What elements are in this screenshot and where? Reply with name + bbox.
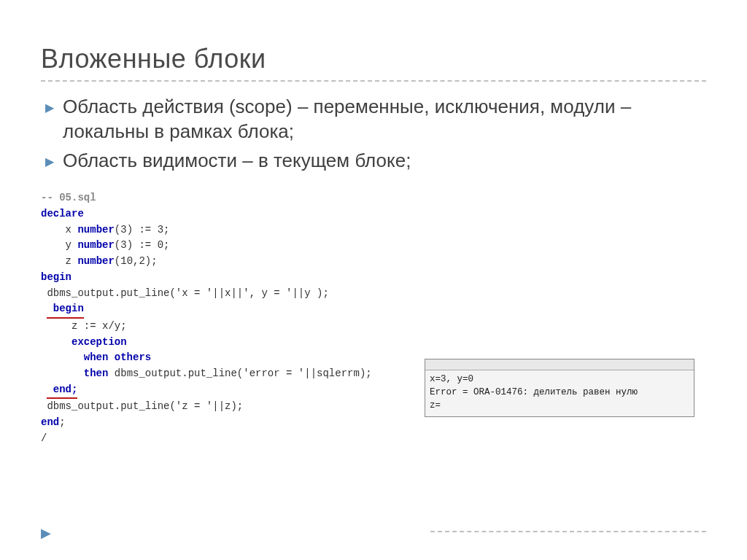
code-keyword: then bbox=[84, 368, 109, 379]
bullet-text: Область видимости – в текущем блоке; bbox=[63, 149, 411, 171]
slide-title: Вложенные блоки bbox=[41, 44, 706, 74]
code-text: dbms_output.put_line('z = '||z); bbox=[41, 400, 243, 412]
code-text: (3) := 3; bbox=[115, 224, 170, 236]
slide: Вложенные блоки ▶ Область действия (scop… bbox=[0, 0, 747, 560]
code-text: (3) := 0; bbox=[115, 239, 170, 251]
code-text: z := x/y; bbox=[41, 320, 127, 332]
footer-arrow-icon: ▶ bbox=[41, 525, 51, 541]
output-line: Error = ORA-01476: делитель равен нулю bbox=[430, 386, 689, 399]
code-comment: -- 05.sql bbox=[41, 192, 96, 203]
bullet-item: ▶ Область действия (scope) – переменные,… bbox=[41, 95, 706, 144]
output-line: x=3, y=0 bbox=[430, 373, 689, 386]
code-keyword: end bbox=[41, 416, 59, 428]
code-keyword-underlined: end; bbox=[47, 382, 77, 400]
code-keyword: begin bbox=[41, 271, 71, 283]
bullet-icon: ▶ bbox=[45, 101, 54, 116]
code-keyword: declare bbox=[41, 208, 84, 219]
output-line: z= bbox=[430, 399, 689, 412]
output-body: x=3, y=0 Error = ORA-01476: делитель рав… bbox=[425, 370, 694, 416]
code-text: (10,2); bbox=[115, 255, 158, 267]
footer-divider bbox=[430, 531, 706, 532]
code-keyword: when others bbox=[41, 351, 151, 363]
code-text: dbms_output.put_line('x = '||x||', y = '… bbox=[41, 287, 329, 299]
output-titlebar bbox=[425, 359, 694, 370]
code-text: dbms_output.put_line('error = '||sqlerrm… bbox=[108, 368, 371, 379]
code-text: / bbox=[41, 432, 47, 444]
output-panel: x=3, y=0 Error = ORA-01476: делитель рав… bbox=[425, 359, 694, 417]
code-keyword: number bbox=[77, 224, 114, 236]
bullet-list: ▶ Область действия (scope) – переменные,… bbox=[41, 95, 706, 173]
code-text: y bbox=[41, 239, 77, 251]
code-keyword: number bbox=[77, 255, 114, 267]
bullet-text: Область действия (scope) – переменные, и… bbox=[63, 96, 631, 142]
code-keyword: number bbox=[77, 239, 114, 251]
code-text: z bbox=[41, 255, 77, 267]
bullet-icon: ▶ bbox=[45, 155, 54, 170]
code-keyword: exception bbox=[41, 336, 127, 348]
title-divider bbox=[41, 80, 706, 82]
code-text: x bbox=[41, 224, 77, 236]
code-text bbox=[41, 368, 84, 379]
code-keyword-underlined: begin bbox=[47, 301, 83, 319]
bullet-item: ▶ Область видимости – в текущем блоке; bbox=[41, 149, 706, 174]
